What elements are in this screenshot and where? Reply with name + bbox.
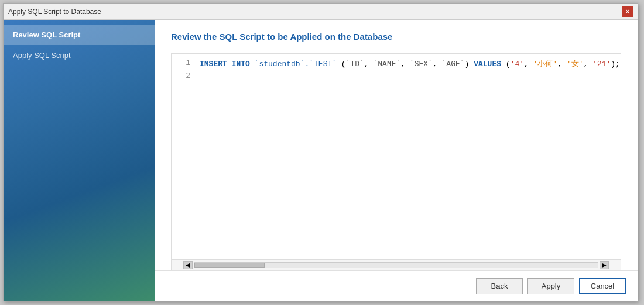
footer: Back Apply Cancel [155, 270, 638, 301]
content-area: Review the SQL Script to be Applied on t… [155, 20, 638, 270]
horizontal-scrollbar[interactable]: ◀ ▶ [172, 259, 621, 270]
sidebar-item-review[interactable]: Review SQL Script [4, 25, 155, 45]
line-number-1: 1 [172, 59, 200, 67]
dialog-title: Apply SQL Script to Database [8, 8, 101, 16]
line-content-1: INSERT INTO `studentdb`.`TEST` (`ID`, `N… [200, 59, 621, 69]
scroll-right-arrow[interactable]: ▶ [600, 261, 609, 269]
scroll-track[interactable] [194, 262, 598, 268]
dialog-body: Review SQL Script Apply SQL Script Revie… [4, 20, 638, 301]
sql-editor: 1 INSERT INTO `studentdb`.`TEST` (`ID`, … [171, 53, 621, 270]
scroll-left-arrow[interactable]: ◀ [183, 261, 193, 269]
apply-button[interactable]: Apply [527, 278, 574, 294]
scroll-thumb[interactable] [194, 263, 265, 268]
dialog: Apply SQL Script to Database × Review SQ… [3, 3, 638, 301]
close-button[interactable]: × [622, 6, 633, 17]
title-bar: Apply SQL Script to Database × [4, 4, 638, 20]
cancel-button[interactable]: Cancel [579, 278, 626, 294]
code-line-2: 2 [172, 71, 621, 84]
content-title: Review the SQL Script to be Applied on t… [171, 32, 621, 42]
sidebar-item-apply[interactable]: Apply SQL Script [4, 45, 155, 66]
code-line-1: 1 INSERT INTO `studentdb`.`TEST` (`ID`, … [172, 59, 621, 71]
line-number-2: 2 [172, 71, 200, 80]
sql-code-area: 1 INSERT INTO `studentdb`.`TEST` (`ID`, … [172, 54, 621, 259]
sidebar: Review SQL Script Apply SQL Script [4, 20, 155, 301]
main-content: Review the SQL Script to be Applied on t… [155, 20, 638, 301]
back-button[interactable]: Back [476, 278, 523, 294]
